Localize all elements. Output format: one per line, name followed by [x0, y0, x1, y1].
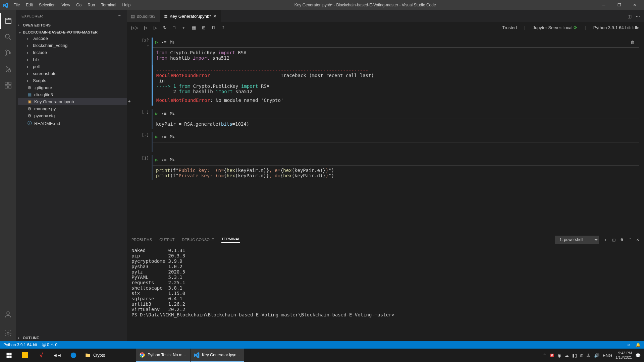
- taskbar-app-1[interactable]: [17, 349, 33, 362]
- run-by-line-icon[interactable]: ▸≡: [161, 40, 167, 45]
- run-cell-icon[interactable]: ▷: [155, 40, 158, 45]
- panel-tab-terminal[interactable]: TERMINAL: [221, 237, 240, 243]
- menu-selection[interactable]: Selection: [36, 1, 58, 9]
- notebook-cell[interactable]: [-]▷▸≡M↓keyPair = RSA.generate(bits=1024…: [133, 109, 639, 129]
- menu-run[interactable]: Run: [85, 1, 98, 9]
- menu-view[interactable]: View: [59, 1, 73, 9]
- file-item[interactable]: ⚙pyvenv.cfg: [18, 112, 127, 119]
- delete-cell-icon[interactable]: 🗑: [630, 40, 637, 45]
- cell-code[interactable]: keyPair = RSA.generate(bits=1024): [153, 119, 639, 129]
- file-item[interactable]: ⚙.gitignore: [18, 84, 127, 91]
- menu-help[interactable]: Help: [120, 1, 133, 9]
- panel-tab-output[interactable]: OUTPUT: [159, 238, 174, 242]
- new-terminal-icon[interactable]: ＋: [604, 237, 607, 242]
- folder-item[interactable]: ›Include: [18, 49, 127, 56]
- menu-go[interactable]: Go: [73, 1, 84, 9]
- menu-file[interactable]: File: [11, 1, 22, 9]
- file-item[interactable]: ⚙manage.py: [18, 105, 127, 112]
- split-terminal-icon[interactable]: ◫: [612, 238, 615, 242]
- search-icon[interactable]: [0, 29, 16, 45]
- tray-cloud-icon[interactable]: ☁: [565, 353, 569, 358]
- notifications-icon[interactable]: 🔔: [636, 343, 641, 347]
- restart-icon[interactable]: ↻: [163, 25, 167, 30]
- kernel-label[interactable]: Python 3.9.1 64-bit: Idle: [593, 25, 639, 30]
- taskbar-vscode[interactable]: Key Generator.ipyn...: [191, 349, 244, 362]
- folder-item[interactable]: ›Scripts: [18, 77, 127, 84]
- taskbar-folder-crypto[interactable]: Crypto: [82, 349, 136, 362]
- add-icon[interactable]: ＋: [127, 98, 131, 104]
- maximize-icon[interactable]: ❐: [612, 3, 626, 7]
- taskbar-app-2[interactable]: √: [34, 349, 49, 362]
- tab-key-generator[interactable]: ≣ Key Generator.ipynb* ✕: [160, 10, 221, 22]
- menu-terminal[interactable]: Terminal: [98, 1, 119, 9]
- close-icon[interactable]: ✕: [628, 3, 641, 7]
- run-all-icon[interactable]: ▷▷: [131, 25, 138, 30]
- more-actions-icon[interactable]: ⋯: [636, 14, 640, 19]
- run-below-icon[interactable]: ▷: [154, 25, 157, 30]
- more-icon[interactable]: ⋯: [118, 14, 122, 18]
- extensions-icon[interactable]: [0, 77, 16, 93]
- run-cell-icon[interactable]: ▷: [155, 157, 158, 162]
- maximize-panel-icon[interactable]: ⌃: [629, 238, 632, 242]
- save-icon[interactable]: 🗋: [212, 25, 216, 30]
- panel-tab-debug[interactable]: DEBUG CONSOLE: [182, 238, 214, 242]
- cell-code[interactable]: from Crypto.PublicKey import RSAfrom has…: [153, 48, 639, 63]
- tray-clock[interactable]: 9:43 PM 1/18/2021: [615, 351, 632, 360]
- variables-icon[interactable]: ⊞: [202, 25, 206, 30]
- taskbar-app-3[interactable]: ⊞⊟: [50, 349, 65, 362]
- panel-tab-problems[interactable]: PROBLEMS: [131, 238, 152, 242]
- markdown-icon[interactable]: M↓: [170, 134, 175, 139]
- file-item[interactable]: ⓘREADME.md: [18, 119, 127, 127]
- file-item[interactable]: ▣Key Generator.ipynb＋: [18, 98, 127, 105]
- start-button[interactable]: [1, 349, 17, 362]
- clear-outputs-icon[interactable]: ▦: [192, 25, 196, 30]
- menu-edit[interactable]: Edit: [23, 1, 36, 9]
- split-editor-icon[interactable]: ◫: [628, 14, 632, 19]
- minimize-icon[interactable]: ─: [597, 3, 610, 7]
- close-panel-icon[interactable]: ✕: [636, 238, 639, 242]
- jupyter-server-label[interactable]: Jupyter Server: local ⟳: [533, 25, 577, 30]
- cell-code[interactable]: [153, 142, 639, 152]
- tray-icon-1[interactable]: V: [550, 354, 554, 357]
- run-by-line-icon[interactable]: ▸≡: [161, 134, 167, 139]
- errors-indicator[interactable]: ⓧ 0 ⚠ 0: [42, 342, 57, 348]
- tray-network-icon[interactable]: 🖧: [586, 353, 591, 358]
- taskbar-edge[interactable]: [66, 349, 81, 362]
- outline-section[interactable]: ›OUTLINE: [16, 335, 127, 341]
- notebook-cell[interactable]: [1]▷▸≡M↓print(f"Public key: (n={hex(keyP…: [133, 155, 639, 180]
- tray-lang[interactable]: ENG: [603, 353, 612, 358]
- tray-volume-icon[interactable]: 🔊: [594, 353, 599, 358]
- tray-notifications-icon[interactable]: 💬: [635, 353, 641, 358]
- settings-icon[interactable]: [0, 325, 16, 341]
- explorer-icon[interactable]: [0, 13, 16, 29]
- run-above-icon[interactable]: ▷: [144, 25, 148, 30]
- trusted-label[interactable]: Trusted: [502, 25, 517, 30]
- file-item[interactable]: ▤db.sqlite3: [18, 91, 127, 98]
- source-control-icon[interactable]: [0, 45, 16, 61]
- notebook-cell[interactable]: [-]▷▸≡M↓: [133, 132, 639, 152]
- folder-item[interactable]: ›poll: [18, 63, 127, 70]
- collapse-down-icon[interactable]: ⌄: [147, 42, 149, 47]
- tab-db[interactable]: ▤ db.sqlite3: [127, 10, 160, 22]
- notebook-body[interactable]: ⌃⌄[2]▷▸≡M↓🗑from Crypto.PublicKey import …: [127, 34, 644, 234]
- run-cell-icon[interactable]: ▷: [155, 134, 158, 139]
- run-cell-icon[interactable]: ▷: [155, 111, 158, 116]
- open-editors-section[interactable]: ›OPEN EDITORS: [16, 22, 127, 28]
- tray-wifi-icon[interactable]: ⎚: [580, 353, 583, 358]
- folder-item[interactable]: ›.vscode: [18, 35, 127, 42]
- taskbar-chrome[interactable]: Python Tests: No m...: [136, 349, 190, 362]
- markdown-icon[interactable]: M↓: [170, 111, 175, 116]
- kill-terminal-icon[interactable]: 🗑: [620, 238, 624, 242]
- folder-item[interactable]: ›screenshots: [18, 70, 127, 77]
- folder-item[interactable]: ›Lib: [18, 56, 127, 63]
- markdown-icon[interactable]: M↓: [170, 40, 175, 45]
- tray-battery-icon[interactable]: ▮▯: [572, 353, 577, 358]
- project-header[interactable]: ⌄BLOCKCHAIN-BASED-E-VOTING-MASTER: [16, 29, 127, 35]
- accounts-icon[interactable]: [0, 306, 16, 322]
- feedback-icon[interactable]: ☺: [627, 343, 631, 347]
- cell-code[interactable]: print(f"Public key: (n={hex(keyPair.n)},…: [153, 165, 639, 180]
- tray-steam-icon[interactable]: ◉: [557, 353, 561, 358]
- python-version[interactable]: Python 3.9.1 64-bit: [3, 343, 37, 347]
- terminal-content[interactable]: Naked 0.1.31 pip 20.3.3 pycryptodome 3.9…: [127, 245, 644, 341]
- run-by-line-icon[interactable]: ▸≡: [161, 157, 167, 162]
